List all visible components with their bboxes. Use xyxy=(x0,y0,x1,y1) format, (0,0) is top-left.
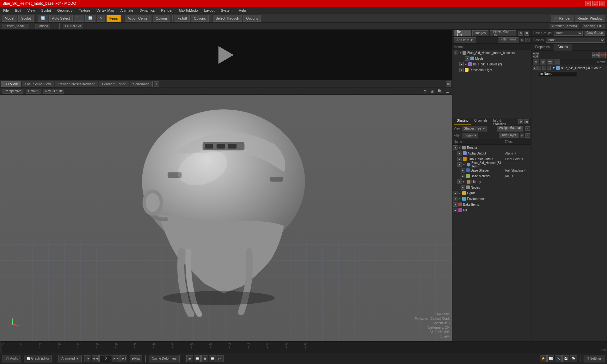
shader-eye-icon[interactable]: ● xyxy=(453,208,457,212)
shader-row-fx[interactable]: ● FX xyxy=(452,207,531,213)
pause-icon[interactable]: ⏸ xyxy=(53,24,56,28)
prev-button[interactable]: ⏪ xyxy=(194,355,201,362)
s-flag-button[interactable]: S xyxy=(520,38,524,42)
eye-icon[interactable]: ● xyxy=(459,62,464,66)
status-icon-4[interactable]: 💾 xyxy=(562,355,569,362)
list-item[interactable]: ● Mesh xyxy=(456,56,531,61)
status-icon-3[interactable]: 🔧 xyxy=(555,355,562,362)
new-group-button[interactable]: New Group xyxy=(585,31,605,36)
group-subitem[interactable] xyxy=(531,71,607,76)
shader-row-bake[interactable]: ● Bake Items xyxy=(452,202,531,207)
shader-row-nodes[interactable]: ● Nodes xyxy=(452,185,531,190)
f-flag-button[interactable]: F xyxy=(525,38,530,42)
menu-render[interactable]: Render xyxy=(160,8,174,13)
menu-sculpt[interactable]: Sculpt xyxy=(40,8,52,13)
skip-end-button[interactable]: ⏭ xyxy=(217,355,224,362)
list-item[interactable]: ● Directional Light xyxy=(452,67,531,73)
group-eye-icon[interactable]: ● xyxy=(533,66,536,70)
shader-row-library[interactable]: ● ► Library xyxy=(452,179,531,185)
group-list-item[interactable]: ● ▼ Blue_Ski_Helmet (3) : Group xyxy=(531,65,607,71)
settings-button[interactable]: ⚙ Settings xyxy=(584,355,604,362)
expand-arrow-library[interactable]: ► xyxy=(463,180,466,183)
expand-arrow-helmet[interactable]: ▼ xyxy=(463,163,466,166)
eye-toggle-button[interactable]: 👁 xyxy=(533,59,539,65)
shader-row-base-material[interactable]: ● Base Material (all) ▼ xyxy=(452,173,531,179)
discard-button[interactable]: Discard xyxy=(599,52,606,58)
move-button[interactable]: ⬛ xyxy=(74,15,84,22)
item-list-expand-icon[interactable]: ⊞ xyxy=(524,31,529,36)
status-icon-2[interactable]: 📊 xyxy=(547,355,554,362)
tab-3d-view[interactable]: 3D View xyxy=(1,81,21,87)
menu-file[interactable]: File xyxy=(2,8,10,13)
shader-row-lights[interactable]: ● ► Lights xyxy=(452,190,531,196)
render-button[interactable]: 🎥 Render xyxy=(551,15,573,22)
passes-select[interactable]: none xyxy=(546,38,605,43)
menu-edit[interactable]: Edit xyxy=(14,8,22,13)
menu-animate[interactable]: Animate xyxy=(119,8,134,13)
menu-system[interactable]: System xyxy=(220,8,234,13)
preview-play-button[interactable] xyxy=(217,46,236,64)
options1-button[interactable]: Options xyxy=(153,15,170,22)
prev-key-button[interactable]: ◄◄ xyxy=(92,355,99,362)
shader-row-helmet-group[interactable]: ● ▼ Blue_Ski_Helmet (33 Item) xyxy=(452,162,531,167)
menu-help[interactable]: Help xyxy=(237,8,247,13)
tab-groups[interactable]: Groups xyxy=(554,44,572,51)
shader-eye-icon[interactable]: ● xyxy=(461,185,465,190)
action-center-button[interactable]: Action Center xyxy=(125,15,152,22)
close-button[interactable]: ✕ xyxy=(599,1,604,6)
menu-geometry[interactable]: Geometry xyxy=(56,8,74,13)
shader-eye-icon[interactable]: ● xyxy=(453,191,457,195)
viewport-settings-icon[interactable]: ⚙ xyxy=(423,89,427,94)
shader-eye-icon[interactable]: ● xyxy=(453,145,457,150)
status-icon-5[interactable]: 📡 xyxy=(570,355,577,362)
model-button[interactable]: Model xyxy=(2,15,17,22)
stop-button[interactable]: ⏹ xyxy=(201,355,208,362)
cache-deformers-button[interactable]: Cache Deformers xyxy=(149,355,179,362)
ray-gl-label[interactable]: Ray GL: Off xyxy=(43,89,64,94)
menu-layout[interactable]: Layout xyxy=(203,8,216,13)
menu-vertexmap[interactable]: Vertex Map xyxy=(95,8,115,13)
tab-uv-texture[interactable]: UV Texture View xyxy=(22,81,54,87)
group-name-input[interactable] xyxy=(539,71,577,76)
render-window-button[interactable]: Render Window xyxy=(575,15,605,22)
sculpt-button[interactable]: Sculpt xyxy=(18,15,34,22)
list-item[interactable]: ● ▼ Blue_Ski_Helmet_modo_base.lxo xyxy=(452,50,531,56)
add-layer-button[interactable]: Add Layer xyxy=(500,133,518,138)
menu-texture[interactable]: Texture xyxy=(77,8,91,13)
next-key-button[interactable]: ►► xyxy=(113,355,120,362)
tab-info-stats[interactable]: Info & Statistics xyxy=(491,119,516,124)
assign-material-button[interactable]: Assign Material xyxy=(497,126,523,131)
rotate-button[interactable]: 🔄 xyxy=(85,15,95,22)
item-list-settings-icon[interactable]: ⚙ xyxy=(518,31,523,36)
maximize-button[interactable]: □ xyxy=(592,1,598,6)
viewport-expand-icon[interactable]: ⊞ xyxy=(431,89,434,94)
scale-button-tool[interactable]: ⤡ xyxy=(97,15,105,22)
tab-render-preset[interactable]: Render Preset Browser xyxy=(55,81,98,87)
minimize-button[interactable]: ─ xyxy=(586,1,591,6)
expand-arrow-render[interactable]: ▼ xyxy=(458,146,461,149)
menu-view[interactable]: View xyxy=(26,8,36,13)
select-through-button[interactable]: Select Through xyxy=(213,15,242,22)
shader-eye-icon[interactable]: ● xyxy=(457,157,462,161)
skip-start-button[interactable]: ⏮ xyxy=(186,355,193,362)
filter-items-button[interactable]: Filter Items xyxy=(499,37,518,43)
prev-frame-button[interactable]: |◄ xyxy=(84,355,91,362)
tab-properties[interactable]: Properties xyxy=(531,44,554,51)
tab-schematic[interactable]: Schematic xyxy=(130,81,153,87)
viewport-search-icon[interactable]: 🔍 xyxy=(438,89,442,94)
shader-eye-icon[interactable]: ● xyxy=(457,162,462,167)
add-tab-button[interactable]: + xyxy=(572,44,578,51)
shader-row-base-shader[interactable]: ● Base Shader Full Shading ▼ xyxy=(452,167,531,173)
falloff-button[interactable]: Falloff xyxy=(175,15,190,22)
viewport[interactable]: Perspective Default Ray GL: Off ⚙ ⊞ 🔍 ☰ xyxy=(0,88,452,341)
frame-number-input[interactable]: 0 xyxy=(99,355,112,362)
list-item[interactable]: ● ► Blue_Ski_Helmet (2) xyxy=(452,61,531,67)
tab-images[interactable]: Images xyxy=(472,30,488,36)
add-item-button[interactable]: Add Item ▼ xyxy=(454,37,476,43)
default-label[interactable]: Default xyxy=(26,89,40,94)
perspective-label[interactable]: Perspective xyxy=(3,89,23,94)
render-toggle-button[interactable]: 🎬 xyxy=(540,59,546,65)
items-button[interactable]: Items xyxy=(107,15,121,22)
auto-select-button[interactable]: Auto Select xyxy=(49,15,73,22)
expand-arrow-group[interactable]: ▼ xyxy=(552,66,555,70)
